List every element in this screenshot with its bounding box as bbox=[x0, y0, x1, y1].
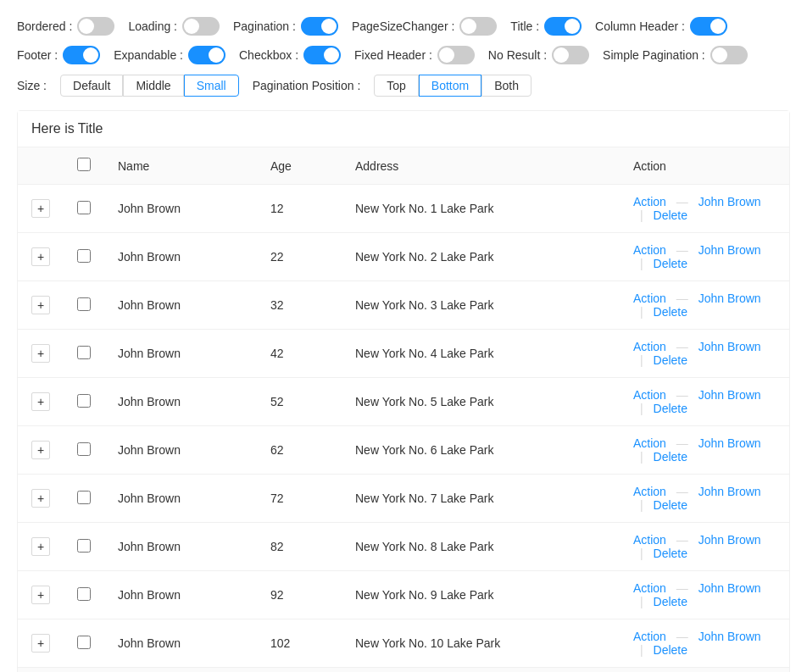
row-checkbox[interactable] bbox=[77, 249, 91, 263]
title-slider bbox=[544, 17, 582, 36]
delete-link[interactable]: Delete bbox=[654, 353, 687, 367]
action-link[interactable]: Action bbox=[633, 243, 666, 257]
row-checkbox-cell bbox=[64, 426, 104, 475]
expand-button[interactable]: + bbox=[31, 441, 50, 459]
row-address: New York No. 10 Lake Park bbox=[342, 619, 620, 668]
expand-button[interactable]: + bbox=[31, 537, 50, 556]
action-link[interactable]: Action bbox=[633, 292, 666, 305]
row-checkbox[interactable] bbox=[77, 297, 91, 311]
expand-button[interactable]: + bbox=[31, 586, 50, 604]
row-checkbox[interactable] bbox=[77, 587, 91, 601]
pagesizechanger-toggle[interactable] bbox=[459, 17, 497, 36]
title-toggle[interactable] bbox=[544, 17, 582, 36]
row-checkbox[interactable] bbox=[77, 636, 91, 649]
expand-button[interactable]: + bbox=[31, 344, 50, 363]
pos-bottom-button[interactable]: Bottom bbox=[419, 75, 481, 97]
action-link[interactable]: Action bbox=[633, 195, 666, 208]
row-checkbox[interactable] bbox=[77, 539, 91, 553]
fixedheader-toggle[interactable] bbox=[437, 46, 475, 64]
action-name-link[interactable]: John Brown bbox=[698, 630, 761, 643]
loading-toggle[interactable] bbox=[182, 17, 220, 36]
expand-button[interactable]: + bbox=[31, 489, 50, 508]
row-checkbox[interactable] bbox=[77, 394, 91, 408]
pos-both-button[interactable]: Both bbox=[481, 75, 532, 97]
action-separator: — bbox=[676, 195, 692, 208]
action-name-link[interactable]: John Brown bbox=[698, 581, 761, 595]
action-link[interactable]: Action bbox=[633, 533, 666, 547]
table-row: + John Brown 42 New York No. 4 Lake Park… bbox=[18, 330, 789, 378]
expandable-toggle[interactable] bbox=[188, 46, 225, 64]
action-name-link[interactable]: John Brown bbox=[698, 292, 761, 305]
action-link[interactable]: Action bbox=[633, 630, 666, 643]
row-action: Action — John Brown | Delete bbox=[620, 378, 789, 426]
size-small-button[interactable]: Small bbox=[184, 75, 239, 97]
expand-button[interactable]: + bbox=[31, 634, 50, 653]
delete-link[interactable]: Delete bbox=[654, 498, 687, 512]
columnheader-toggle[interactable] bbox=[690, 17, 727, 36]
expand-button[interactable]: + bbox=[31, 296, 50, 314]
row-checkbox[interactable] bbox=[77, 491, 91, 504]
delete-link[interactable]: Delete bbox=[654, 450, 687, 464]
title-label: Title : bbox=[510, 19, 539, 33]
action-name-link[interactable]: John Brown bbox=[698, 243, 761, 257]
expand-button[interactable]: + bbox=[31, 392, 50, 411]
row-age: 102 bbox=[257, 619, 342, 668]
delete-link[interactable]: Delete bbox=[654, 305, 687, 319]
expand-cell: + bbox=[18, 571, 64, 619]
bordered-toggle[interactable] bbox=[77, 17, 114, 36]
table-header: Name Age Address Action bbox=[18, 147, 789, 185]
pagination-toggle[interactable] bbox=[301, 17, 338, 36]
action-link[interactable]: Action bbox=[633, 388, 666, 402]
expand-cell: + bbox=[18, 426, 64, 475]
footer-toggle[interactable] bbox=[63, 46, 100, 64]
action-link[interactable]: Action bbox=[633, 581, 666, 595]
action-name-link[interactable]: John Brown bbox=[698, 340, 761, 353]
noresult-toggle[interactable] bbox=[552, 46, 589, 64]
action-name-link[interactable]: John Brown bbox=[698, 485, 761, 498]
delete-link[interactable]: Delete bbox=[654, 643, 687, 657]
delete-link[interactable]: Delete bbox=[654, 257, 687, 270]
action-separator: — bbox=[676, 388, 692, 402]
row-address: New York No. 2 Lake Park bbox=[342, 233, 620, 281]
action-name-link[interactable]: John Brown bbox=[698, 436, 761, 450]
action-name-link[interactable]: John Brown bbox=[698, 195, 761, 208]
action-link[interactable]: Action bbox=[633, 436, 666, 450]
row-name: John Brown bbox=[104, 619, 257, 668]
action-name-link[interactable]: John Brown bbox=[698, 388, 761, 402]
row-checkbox[interactable] bbox=[77, 442, 91, 456]
delete-link[interactable]: Delete bbox=[654, 595, 687, 608]
delete-link[interactable]: Delete bbox=[654, 402, 687, 415]
row-age: 92 bbox=[257, 571, 342, 619]
expand-cell: + bbox=[18, 378, 64, 426]
action-link[interactable]: Action bbox=[633, 485, 666, 498]
checkbox-toggle[interactable] bbox=[303, 46, 341, 64]
action-pipe: | bbox=[640, 595, 643, 608]
delete-link[interactable]: Delete bbox=[654, 208, 687, 222]
size-middle-button[interactable]: Middle bbox=[123, 75, 183, 97]
row-action: Action — John Brown | Delete bbox=[620, 426, 789, 475]
row-address: New York No. 7 Lake Park bbox=[342, 475, 620, 523]
row-name: John Brown bbox=[104, 523, 257, 571]
row-checkbox-cell bbox=[64, 571, 104, 619]
row-checkbox-cell bbox=[64, 378, 104, 426]
data-table: Name Age Address Action + John Brown 12 … bbox=[18, 147, 789, 667]
action-pipe: | bbox=[640, 547, 643, 560]
size-default-button[interactable]: Default bbox=[60, 75, 123, 97]
action-link[interactable]: Action bbox=[633, 340, 666, 353]
simplepagination-toggle[interactable] bbox=[710, 46, 748, 64]
row-checkbox[interactable] bbox=[77, 201, 91, 214]
action-pipe: | bbox=[640, 643, 643, 657]
delete-link[interactable]: Delete bbox=[654, 547, 687, 560]
expand-button[interactable]: + bbox=[31, 199, 50, 218]
table-body: + John Brown 12 New York No. 1 Lake Park… bbox=[18, 185, 789, 668]
table-container: Here is Title Name Age Address Action + … bbox=[17, 110, 790, 672]
control-pagination: Pagination : bbox=[233, 17, 338, 36]
control-noresult: No Result : bbox=[488, 46, 589, 64]
pos-top-button[interactable]: Top bbox=[374, 75, 419, 97]
action-name-link[interactable]: John Brown bbox=[698, 533, 761, 547]
header-checkbox[interactable] bbox=[77, 158, 91, 171]
loading-label: Loading : bbox=[128, 19, 177, 33]
row-checkbox-cell bbox=[64, 330, 104, 378]
expand-button[interactable]: + bbox=[31, 247, 50, 266]
row-checkbox[interactable] bbox=[77, 346, 91, 359]
